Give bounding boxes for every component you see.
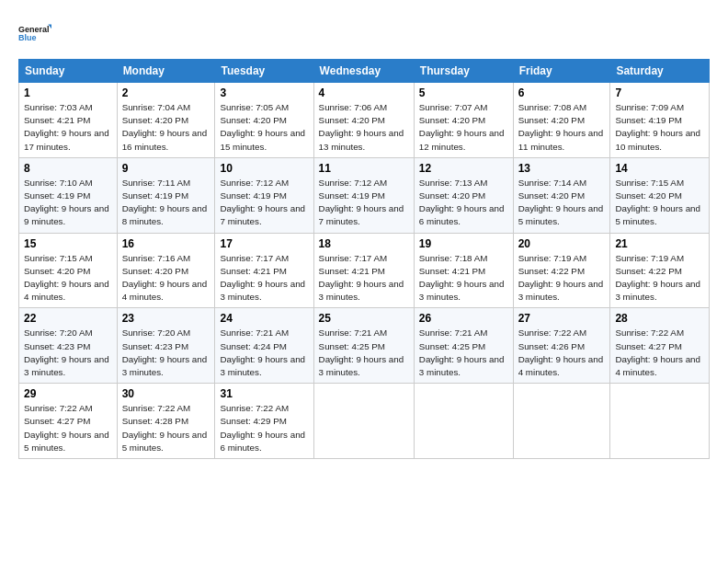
day-number: 21: [615, 237, 704, 250]
calendar-cell: 16 Sunrise: 7:16 AMSunset: 4:20 PMDaylig…: [117, 233, 215, 308]
day-info: Sunrise: 7:19 AMSunset: 4:22 PMDaylight:…: [518, 253, 604, 303]
calendar-cell: 23 Sunrise: 7:20 AMSunset: 4:23 PMDaylig…: [117, 308, 215, 384]
day-info: Sunrise: 7:21 AMSunset: 4:24 PMDaylight:…: [220, 327, 305, 377]
calendar-cell: 13 Sunrise: 7:14 AMSunset: 4:20 PMDaylig…: [513, 157, 610, 233]
day-info: Sunrise: 7:22 AMSunset: 4:27 PMDaylight:…: [24, 403, 109, 453]
day-number: 2: [122, 86, 210, 99]
header-day-saturday: Saturday: [610, 60, 710, 83]
calendar-cell: 26 Sunrise: 7:21 AMSunset: 4:25 PMDaylig…: [414, 308, 513, 384]
header-day-thursday: Thursday: [414, 60, 513, 83]
day-info: Sunrise: 7:10 AMSunset: 4:19 PMDaylight:…: [24, 178, 109, 227]
day-info: Sunrise: 7:19 AMSunset: 4:22 PMDaylight:…: [615, 253, 700, 303]
calendar-cell: 15 Sunrise: 7:15 AMSunset: 4:20 PMDaylig…: [19, 233, 118, 308]
day-info: Sunrise: 7:15 AMSunset: 4:20 PMDaylight:…: [615, 178, 700, 227]
calendar-cell: 20 Sunrise: 7:19 AMSunset: 4:22 PMDaylig…: [513, 233, 610, 308]
calendar-header-row: SundayMondayTuesdayWednesdayThursdayFrid…: [19, 60, 710, 83]
calendar-cell: 10 Sunrise: 7:12 AMSunset: 4:19 PMDaylig…: [215, 157, 313, 233]
day-number: 27: [518, 312, 606, 325]
calendar-cell: 18 Sunrise: 7:17 AMSunset: 4:21 PMDaylig…: [313, 233, 414, 308]
day-info: Sunrise: 7:13 AMSunset: 4:20 PMDaylight:…: [419, 178, 505, 227]
calendar-cell: 11 Sunrise: 7:12 AMSunset: 4:19 PMDaylig…: [313, 157, 414, 233]
day-number: 18: [319, 237, 409, 250]
day-info: Sunrise: 7:18 AMSunset: 4:21 PMDaylight:…: [419, 253, 505, 303]
day-info: Sunrise: 7:15 AMSunset: 4:20 PMDaylight:…: [24, 253, 109, 303]
day-info: Sunrise: 7:08 AMSunset: 4:20 PMDaylight:…: [518, 102, 604, 152]
day-number: 10: [220, 162, 308, 175]
calendar-cell: 14 Sunrise: 7:15 AMSunset: 4:20 PMDaylig…: [610, 157, 710, 233]
week-row-5: 29 Sunrise: 7:22 AMSunset: 4:27 PMDaylig…: [19, 384, 710, 459]
day-info: Sunrise: 7:17 AMSunset: 4:21 PMDaylight:…: [319, 253, 404, 303]
page: General Blue SundayMondayTuesdayWednesda…: [0, 0, 728, 563]
calendar-cell: 24 Sunrise: 7:21 AMSunset: 4:24 PMDaylig…: [215, 308, 313, 384]
calendar-cell: 19 Sunrise: 7:18 AMSunset: 4:21 PMDaylig…: [414, 233, 513, 308]
day-number: 13: [518, 162, 606, 175]
day-number: 24: [220, 312, 308, 325]
header-day-sunday: Sunday: [19, 60, 118, 83]
day-number: 15: [24, 237, 112, 250]
calendar-cell: 28 Sunrise: 7:22 AMSunset: 4:27 PMDaylig…: [610, 308, 710, 384]
calendar-cell: 7 Sunrise: 7:09 AMSunset: 4:19 PMDayligh…: [610, 83, 710, 158]
day-number: 4: [319, 86, 409, 99]
day-info: Sunrise: 7:17 AMSunset: 4:21 PMDaylight:…: [220, 253, 305, 303]
day-number: 31: [220, 387, 308, 400]
day-number: 3: [220, 86, 308, 99]
header-day-friday: Friday: [513, 60, 610, 83]
day-info: Sunrise: 7:04 AMSunset: 4:20 PMDaylight:…: [122, 102, 208, 152]
day-number: 12: [419, 162, 508, 175]
day-info: Sunrise: 7:22 AMSunset: 4:28 PMDaylight:…: [122, 403, 208, 453]
calendar-cell: 3 Sunrise: 7:05 AMSunset: 4:20 PMDayligh…: [215, 83, 313, 158]
day-number: 19: [419, 237, 508, 250]
day-number: 30: [122, 387, 210, 400]
week-row-2: 8 Sunrise: 7:10 AMSunset: 4:19 PMDayligh…: [19, 157, 710, 233]
day-number: 14: [615, 162, 704, 175]
day-info: Sunrise: 7:22 AMSunset: 4:26 PMDaylight:…: [518, 327, 604, 377]
calendar-cell: 21 Sunrise: 7:19 AMSunset: 4:22 PMDaylig…: [610, 233, 710, 308]
day-info: Sunrise: 7:14 AMSunset: 4:20 PMDaylight:…: [518, 178, 604, 227]
calendar-body: 1 Sunrise: 7:03 AMSunset: 4:21 PMDayligh…: [19, 83, 710, 459]
day-number: 22: [24, 312, 112, 325]
day-number: 23: [122, 312, 210, 325]
day-number: 8: [24, 162, 112, 175]
day-number: 28: [615, 312, 704, 325]
calendar-cell: 4 Sunrise: 7:06 AMSunset: 4:20 PMDayligh…: [313, 83, 414, 158]
header: General Blue: [18, 17, 710, 50]
calendar-cell: 25 Sunrise: 7:21 AMSunset: 4:25 PMDaylig…: [313, 308, 414, 384]
calendar-cell: 2 Sunrise: 7:04 AMSunset: 4:20 PMDayligh…: [117, 83, 215, 158]
header-day-monday: Monday: [117, 60, 215, 83]
calendar-cell: [313, 384, 414, 459]
logo-svg: General Blue: [18, 17, 51, 50]
calendar-cell: [610, 384, 710, 459]
day-info: Sunrise: 7:09 AMSunset: 4:19 PMDaylight:…: [615, 102, 700, 152]
day-number: 6: [518, 86, 606, 99]
logo: General Blue: [18, 17, 51, 50]
day-info: Sunrise: 7:20 AMSunset: 4:23 PMDaylight:…: [24, 327, 109, 377]
week-row-4: 22 Sunrise: 7:20 AMSunset: 4:23 PMDaylig…: [19, 308, 710, 384]
calendar-cell: 27 Sunrise: 7:22 AMSunset: 4:26 PMDaylig…: [513, 308, 610, 384]
svg-text:General: General: [18, 25, 50, 34]
day-number: 17: [220, 237, 308, 250]
calendar-cell: [414, 384, 513, 459]
calendar-cell: [513, 384, 610, 459]
day-info: Sunrise: 7:22 AMSunset: 4:27 PMDaylight:…: [615, 327, 700, 377]
calendar-cell: 31 Sunrise: 7:22 AMSunset: 4:29 PMDaylig…: [215, 384, 313, 459]
day-info: Sunrise: 7:21 AMSunset: 4:25 PMDaylight:…: [319, 327, 404, 377]
day-number: 1: [24, 86, 112, 99]
day-info: Sunrise: 7:03 AMSunset: 4:21 PMDaylight:…: [24, 102, 109, 152]
calendar-cell: 6 Sunrise: 7:08 AMSunset: 4:20 PMDayligh…: [513, 83, 610, 158]
day-info: Sunrise: 7:22 AMSunset: 4:29 PMDaylight:…: [220, 403, 305, 453]
day-number: 26: [419, 312, 508, 325]
day-info: Sunrise: 7:11 AMSunset: 4:19 PMDaylight:…: [122, 178, 208, 227]
day-info: Sunrise: 7:12 AMSunset: 4:19 PMDaylight:…: [220, 178, 305, 227]
day-number: 16: [122, 237, 210, 250]
calendar-cell: 29 Sunrise: 7:22 AMSunset: 4:27 PMDaylig…: [19, 384, 118, 459]
header-day-tuesday: Tuesday: [215, 60, 313, 83]
day-number: 25: [319, 312, 409, 325]
day-number: 11: [319, 162, 409, 175]
day-number: 9: [122, 162, 210, 175]
day-number: 20: [518, 237, 606, 250]
calendar-cell: 22 Sunrise: 7:20 AMSunset: 4:23 PMDaylig…: [19, 308, 118, 384]
calendar-cell: 17 Sunrise: 7:17 AMSunset: 4:21 PMDaylig…: [215, 233, 313, 308]
day-info: Sunrise: 7:16 AMSunset: 4:20 PMDaylight:…: [122, 253, 208, 303]
day-info: Sunrise: 7:05 AMSunset: 4:20 PMDaylight:…: [220, 102, 305, 152]
week-row-3: 15 Sunrise: 7:15 AMSunset: 4:20 PMDaylig…: [19, 233, 710, 308]
